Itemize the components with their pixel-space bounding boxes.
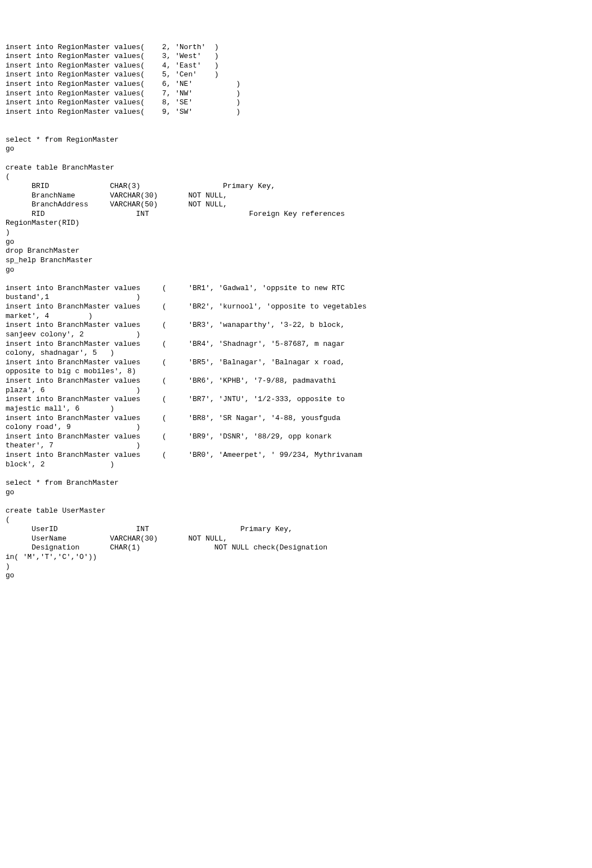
code-line: BranchName VARCHAR(30) NOT NULL, [6, 191, 586, 201]
code-line: insert into RegionMaster values( 2, 'Nor… [6, 43, 586, 52]
code-line: go [6, 266, 586, 275]
code-document: insert into RegionMaster values( 2, 'Nor… [6, 43, 586, 581]
code-line: insert into BranchMaster values ( 'BR0',… [6, 451, 586, 460]
code-line: insert into BranchMaster values ( 'BR8',… [6, 414, 586, 423]
code-line: ( [6, 172, 586, 182]
code-line [6, 469, 586, 479]
code-line: insert into RegionMaster values( 4, 'Eas… [6, 61, 586, 71]
code-line: colony road', 9 ) [6, 423, 586, 432]
code-line: insert into RegionMaster values( 7, 'NW'… [6, 89, 586, 99]
code-line: market', 4 ) [6, 312, 586, 321]
code-line: go [6, 144, 586, 154]
code-line: insert into RegionMaster values( 6, 'NE'… [6, 80, 586, 89]
code-line: go [6, 488, 586, 498]
code-line: colony, shadnagar', 5 ) [6, 349, 586, 358]
code-line: select * from BranchMaster [6, 479, 586, 488]
code-line: Designation CHAR(1) NOT NULL check(Desig… [6, 543, 586, 553]
code-line: drop BranchMaster [6, 247, 586, 256]
code-line: majestic mall', 6 ) [6, 404, 586, 414]
code-line: insert into BranchMaster values ( 'BR9',… [6, 432, 586, 442]
code-line: insert into RegionMaster values( 8, 'SE'… [6, 98, 586, 108]
code-line [6, 117, 586, 127]
code-line: ) [6, 562, 586, 572]
code-line: sp_help BranchMaster [6, 256, 586, 266]
code-line: in( 'M','T','C','O')) [6, 553, 586, 562]
code-line: insert into BranchMaster values ( 'BR3',… [6, 321, 586, 330]
code-line: insert into RegionMaster values( 5, 'Cen… [6, 70, 586, 80]
code-line: RID INT Foreign Key references [6, 210, 586, 219]
code-line: select * from RegionMaster [6, 136, 586, 145]
code-line: insert into RegionMaster values( 3, 'Wes… [6, 52, 586, 61]
code-line: insert into BranchMaster values ( 'BR2',… [6, 302, 586, 312]
code-line: go [6, 238, 586, 247]
code-line [6, 497, 586, 507]
code-line: sanjeev colony', 2 ) [6, 330, 586, 340]
code-line: RegionMaster(RID) [6, 219, 586, 228]
code-line: insert into BranchMaster values ( 'BR5',… [6, 358, 586, 368]
code-line: create table BranchMaster [6, 163, 586, 173]
code-line [6, 154, 586, 163]
code-line: insert into BranchMaster values ( 'BR6',… [6, 377, 586, 386]
code-line: BRID CHAR(3) Primary Key, [6, 182, 586, 191]
code-line: insert into RegionMaster values( 9, 'SW'… [6, 108, 586, 117]
code-line: insert into BranchMaster values ( 'BR7',… [6, 395, 586, 404]
code-line: block', 2 ) [6, 460, 586, 470]
code-line: ) [6, 228, 586, 238]
code-line: UserID INT Primary Key, [6, 525, 586, 534]
code-line [6, 274, 586, 284]
code-line: go [6, 571, 586, 581]
code-line: bustand',1 ) [6, 293, 586, 302]
code-line: BranchAddress VARCHAR(50) NOT NULL, [6, 200, 586, 210]
code-line [6, 126, 586, 136]
code-line: opposite to big c mobiles', 8) [6, 367, 586, 377]
code-line: plaza', 6 ) [6, 386, 586, 396]
code-line: create table UserMaster [6, 507, 586, 516]
code-line: insert into BranchMaster values ( 'BR1',… [6, 284, 586, 293]
code-line: theater', 7 ) [6, 441, 586, 451]
code-line: ( [6, 515, 586, 525]
code-line: UserName VARCHAR(30) NOT NULL, [6, 534, 586, 544]
code-line: insert into BranchMaster values ( 'BR4',… [6, 340, 586, 349]
